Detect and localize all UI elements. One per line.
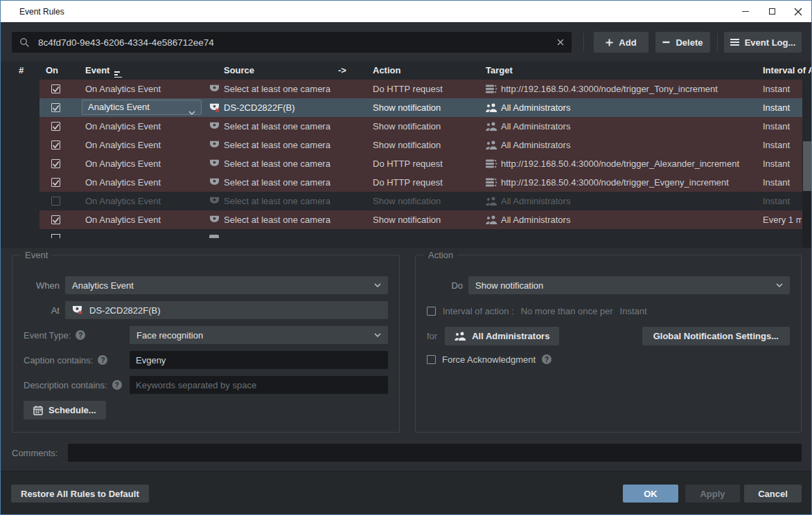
action-cell: Show notification	[373, 210, 481, 229]
event-rule-row[interactable]: On Analytics EventSelect at least one ca…	[1, 80, 802, 98]
event-rule-row[interactable]: On Analytics EventSelect at least one ca…	[1, 210, 802, 229]
rule-enabled-checkbox[interactable]	[51, 215, 60, 224]
table-row-partial[interactable]	[1, 229, 812, 238]
column-header-target[interactable]: Target	[486, 62, 513, 80]
http-server-icon	[486, 159, 497, 168]
at-camera-button[interactable]: DS-2CD2822F(B)	[65, 301, 388, 319]
do-dropdown[interactable]: Show notification	[468, 276, 790, 294]
chevron-down-icon	[776, 283, 783, 288]
users-icon	[486, 141, 497, 150]
help-icon[interactable]: ?	[98, 355, 107, 365]
interval-of-action-checkbox[interactable]	[427, 307, 436, 316]
maximize-icon	[769, 8, 775, 15]
interval-cell: Instant	[763, 117, 802, 136]
close-button[interactable]	[785, 1, 811, 22]
add-button[interactable]: Add	[594, 32, 648, 53]
event-rule-row[interactable]: Analytics EventDS-2CD2822F(B)Show notifi…	[1, 98, 802, 117]
rule-enabled-checkbox[interactable]	[51, 103, 60, 112]
search-clear-button[interactable]	[557, 39, 564, 46]
action-cell: Show notification	[373, 98, 481, 117]
event-type-value: Face recognition	[136, 330, 203, 341]
delete-button[interactable]: Delete	[655, 32, 710, 53]
target-cell: All Administrators	[501, 117, 760, 136]
help-icon[interactable]: ?	[112, 380, 122, 390]
event-group-label: Event	[21, 250, 52, 260]
column-header--[interactable]: #	[19, 62, 24, 80]
help-icon[interactable]: ?	[76, 330, 85, 340]
vertical-scrollbar[interactable]	[802, 141, 812, 248]
target-cell: All Administrators	[501, 192, 760, 210]
comments-input[interactable]	[68, 444, 802, 462]
rule-enabled-checkbox[interactable]	[51, 122, 60, 131]
column-header-source[interactable]: Source	[224, 62, 254, 80]
column-header-action[interactable]: Action	[373, 62, 400, 80]
rule-enabled-checkbox[interactable]	[51, 178, 60, 187]
column-header-interval-of-action[interactable]: Interval of Action	[763, 62, 802, 80]
minimize-button[interactable]	[732, 1, 759, 22]
ok-button[interactable]: OK	[623, 485, 678, 503]
check-icon	[52, 105, 60, 111]
description-contains-input[interactable]	[130, 376, 388, 394]
source-cell: Select at least one camera	[224, 117, 335, 136]
interval-of-action-value: Instant	[620, 306, 647, 316]
window-title: Event Rules	[19, 7, 64, 17]
search-input[interactable]	[37, 37, 549, 48]
event-type-dropdown[interactable]: Face recognition	[130, 326, 388, 344]
for-users-button[interactable]: All Administrators	[445, 327, 559, 345]
target-cell: http://192.168.50.4:3000/node/trigger_Ev…	[501, 173, 760, 192]
event-cell: On Analytics Event	[85, 210, 204, 229]
interval-cell: Instant	[763, 80, 802, 98]
http-server-icon	[486, 84, 497, 93]
when-value: Analytics Event	[72, 280, 134, 291]
event-rule-row[interactable]: On Analytics EventSelect at least one ca…	[1, 173, 802, 192]
event-cell: On Analytics Event	[85, 136, 204, 154]
caption-contains-input[interactable]	[130, 351, 388, 369]
minus-icon	[662, 41, 670, 44]
schedule-label: Schedule...	[48, 405, 96, 415]
event-rule-row[interactable]: On Analytics EventSelect at least one ca…	[1, 154, 802, 173]
users-icon	[486, 197, 497, 206]
apply-label: Apply	[700, 489, 725, 499]
when-dropdown[interactable]: Analytics Event	[65, 276, 388, 294]
camera-icon	[209, 141, 220, 150]
event-log-button[interactable]: Event Log...	[724, 32, 802, 53]
event-rule-row[interactable]: On Analytics EventSelect at least one ca…	[1, 136, 802, 154]
event-cell: On Analytics Event	[85, 80, 204, 98]
vertical-scrollbar-thumb[interactable]	[803, 141, 811, 191]
event-log-label: Event Log...	[745, 37, 796, 48]
restore-all-rules-button[interactable]: Restore All Rules to Default	[11, 485, 149, 503]
column-header--[interactable]: ->	[338, 62, 346, 80]
clear-x-icon	[557, 39, 564, 46]
event-rule-row[interactable]: On Analytics EventSelect at least one ca…	[1, 117, 802, 136]
column-header-event[interactable]: Event	[85, 62, 122, 80]
cancel-button[interactable]: Cancel	[744, 485, 802, 503]
schedule-button[interactable]: Schedule...	[24, 401, 106, 419]
source-cell: Select at least one camera	[224, 136, 335, 154]
check-icon	[52, 123, 60, 130]
users-icon	[486, 122, 497, 131]
target-cell: All Administrators	[501, 136, 760, 154]
column-header-on[interactable]: On	[46, 62, 58, 80]
check-icon	[52, 217, 60, 224]
help-icon[interactable]: ?	[542, 354, 551, 364]
maximize-button[interactable]	[759, 1, 785, 22]
sort-icon	[114, 71, 122, 78]
rule-enabled-checkbox[interactable]	[51, 197, 60, 206]
event-type-combo[interactable]: Analytics Event	[82, 100, 202, 115]
event-rule-row[interactable]: On Analytics EventSelect at least one ca…	[1, 192, 802, 210]
force-acknowledgment-checkbox[interactable]	[427, 355, 436, 364]
interval-of-action-text: No more than once per	[521, 306, 613, 316]
close-icon	[794, 8, 802, 16]
global-notification-settings-button[interactable]: Global Notification Settings...	[642, 327, 790, 345]
event-cell: On Analytics Event	[85, 154, 204, 173]
rule-enabled-checkbox[interactable]	[51, 159, 60, 168]
calendar-icon	[33, 406, 43, 415]
rule-enabled-checkbox[interactable]	[51, 84, 60, 93]
action-group: Action Do Show notification Interval of …	[415, 255, 802, 433]
rule-enabled-checkbox[interactable]	[51, 141, 60, 150]
apply-button[interactable]: Apply	[685, 485, 740, 503]
target-cell: All Administrators	[501, 98, 760, 117]
target-cell: http://192.168.50.4:3000/node/trigger_To…	[501, 80, 760, 98]
camera-icon	[209, 215, 220, 224]
check-icon	[52, 179, 60, 186]
